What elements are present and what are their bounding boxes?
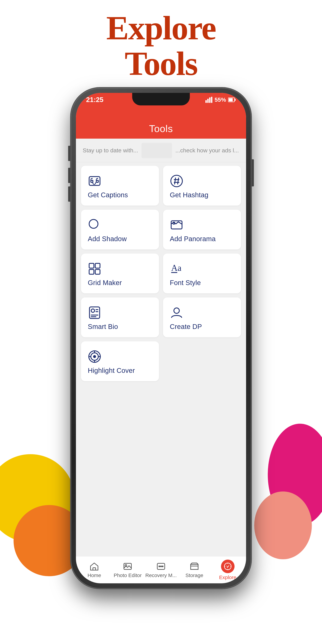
- nav-explore[interactable]: Explore: [211, 560, 244, 580]
- nav-recovery[interactable]: Recovery M...: [144, 562, 178, 578]
- bio-icon: [88, 306, 101, 320]
- ad-text2: ...check how your ads l...: [176, 147, 239, 154]
- svg-rect-1: [207, 99, 208, 103]
- tools-grid: Get Captions Get Hashtag: [76, 162, 246, 556]
- tool-add-shadow[interactable]: Add Shadow: [81, 210, 159, 250]
- nav-storage-label: Storage: [186, 572, 203, 578]
- ad-banner: Stay up to date with... ...check how you…: [76, 139, 246, 162]
- notch-bar: 21:25 55%: [76, 93, 246, 118]
- tool-highlight-cover[interactable]: Highlight Cover: [81, 341, 159, 381]
- svg-point-30: [174, 308, 179, 313]
- storage-icon: [190, 562, 199, 571]
- svg-rect-18: [89, 263, 94, 268]
- smart-bio-label: Smart Bio: [88, 323, 118, 330]
- svg-line-14: [178, 178, 179, 184]
- app-header: Tools: [76, 118, 246, 139]
- signal-icon: [206, 97, 212, 103]
- explore-button[interactable]: [221, 560, 234, 573]
- svg-rect-9: [96, 180, 98, 182]
- grid-maker-label: Grid Maker: [88, 279, 122, 286]
- svg-rect-19: [95, 263, 100, 268]
- tool-font-style[interactable]: Aa Font Style: [163, 254, 241, 293]
- svg-point-10: [171, 175, 182, 187]
- ad-placeholder: [142, 143, 172, 158]
- nav-photo-editor[interactable]: Photo Editor: [111, 562, 144, 578]
- svg-rect-3: [211, 97, 212, 103]
- highlight-icon: [88, 350, 101, 363]
- ad-text1: Stay up to date with...: [83, 147, 138, 154]
- page-title: Explore Tools: [106, 10, 216, 81]
- app-header-title: Tools: [149, 123, 173, 134]
- status-time: 21:25: [86, 96, 104, 104]
- tool-get-hashtag[interactable]: Get Hashtag: [163, 166, 241, 206]
- phone-wrapper: 21:25 55%: [71, 88, 251, 588]
- recovery-icon: [156, 562, 166, 571]
- svg-point-37: [94, 356, 96, 358]
- tools-row-4: Smart Bio Create DP: [81, 298, 241, 337]
- bottom-nav: Home Photo Editor: [76, 556, 246, 583]
- title-line2: Tools: [125, 45, 197, 82]
- svg-point-43: [160, 566, 162, 567]
- svg-rect-6: [228, 98, 233, 101]
- status-icons: 55%: [206, 96, 236, 103]
- dp-icon: [170, 306, 183, 320]
- font-icon: Aa: [170, 262, 183, 276]
- svg-rect-2: [209, 98, 210, 103]
- tool-create-dp[interactable]: Create DP: [163, 298, 241, 337]
- svg-rect-0: [206, 100, 207, 103]
- nav-storage[interactable]: Storage: [178, 562, 211, 578]
- tools-row-2: Add Shadow Add Panorama: [81, 210, 241, 250]
- notch-cutout: [132, 93, 190, 106]
- phone-screen: 21:25 55%: [76, 93, 246, 583]
- svg-point-42: [159, 566, 160, 567]
- hashtag-icon: [170, 174, 183, 188]
- tools-row-1: Get Captions Get Hashtag: [81, 166, 241, 206]
- battery-icon: [228, 97, 236, 102]
- svg-rect-38: [93, 568, 96, 570]
- svg-rect-21: [95, 270, 100, 274]
- get-hashtag-label: Get Hashtag: [170, 191, 208, 199]
- phone-shell: 21:25 55%: [71, 88, 251, 588]
- panorama-icon: [170, 218, 183, 232]
- svg-rect-5: [234, 99, 236, 101]
- nav-explore-label: Explore: [219, 574, 236, 580]
- nav-home-label: Home: [88, 572, 101, 578]
- title-line1: Explore: [106, 9, 216, 46]
- svg-text:Aa: Aa: [171, 263, 182, 273]
- svg-point-15: [89, 220, 98, 228]
- captions-icon: [88, 174, 101, 188]
- svg-rect-16: [171, 221, 182, 229]
- home-icon: [90, 562, 99, 571]
- nav-home[interactable]: Home: [78, 562, 111, 578]
- svg-point-44: [162, 566, 163, 567]
- bg-blob-salmon: [254, 492, 312, 559]
- shadow-icon: [88, 218, 101, 232]
- battery-text: 55%: [214, 96, 226, 103]
- svg-line-13: [174, 178, 176, 184]
- photo-editor-icon: [123, 562, 132, 571]
- nav-photo-label: Photo Editor: [114, 572, 142, 578]
- tool-add-panorama[interactable]: Add Panorama: [163, 210, 241, 250]
- tool-grid-maker[interactable]: Grid Maker: [81, 254, 159, 293]
- grid-icon: [88, 262, 101, 276]
- nav-recovery-label: Recovery M...: [145, 572, 176, 578]
- tools-row-3: Grid Maker Aa Font Style: [81, 254, 241, 293]
- tool-smart-bio[interactable]: Smart Bio: [81, 298, 159, 337]
- tools-row-5: Highlight Cover: [81, 341, 241, 381]
- svg-rect-8: [91, 180, 93, 182]
- tool-get-captions[interactable]: Get Captions: [81, 166, 159, 206]
- get-captions-label: Get Captions: [88, 191, 128, 199]
- svg-rect-39: [124, 563, 131, 570]
- add-panorama-label: Add Panorama: [170, 235, 216, 243]
- add-shadow-label: Add Shadow: [88, 235, 127, 243]
- font-style-label: Font Style: [170, 279, 201, 286]
- svg-point-25: [91, 309, 94, 312]
- svg-rect-20: [89, 270, 94, 274]
- highlight-cover-label: Highlight Cover: [88, 367, 135, 374]
- create-dp-label: Create DP: [170, 323, 202, 330]
